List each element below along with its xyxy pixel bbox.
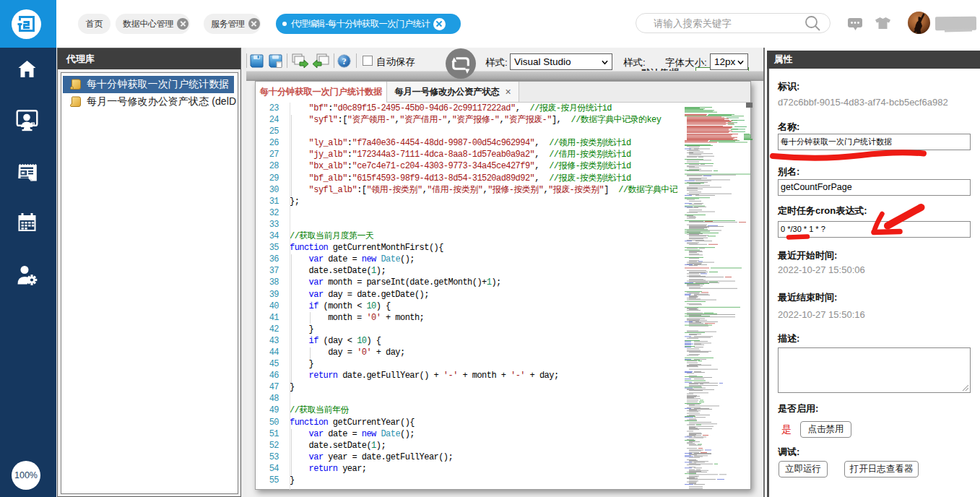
svg-text:?: ? xyxy=(342,56,346,66)
